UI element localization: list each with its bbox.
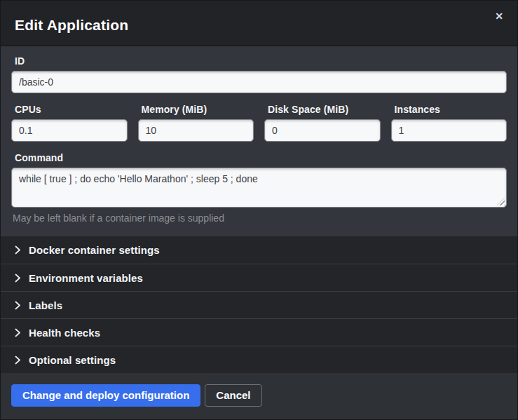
section-label: Health checks [29,327,100,339]
chevron-right-icon [15,245,21,255]
id-label: ID [15,55,507,67]
form-area: ID CPUs Memory (MiB) Disk Space (MiB) In… [1,46,517,236]
section-label: Labels [29,299,62,311]
disk-input[interactable] [264,119,381,142]
chevron-right-icon [15,355,21,365]
command-field-group: Command while [ true ] ; do echo 'Hello … [11,152,507,208]
command-label: Command [15,152,507,163]
close-icon[interactable]: ✕ [495,11,503,21]
chevron-right-icon [15,301,21,310]
id-input[interactable] [11,71,507,93]
instances-field-group: Instances [391,104,507,142]
edit-application-modal: Edit Application ✕ ID CPUs Memory (MiB) … [0,0,518,420]
cpus-input[interactable] [11,119,128,142]
instances-input[interactable] [391,119,507,142]
change-and-deploy-button[interactable]: Change and deploy configuration [11,384,200,407]
memory-field-group: Memory (MiB) [138,104,254,142]
memory-label: Memory (MiB) [142,104,254,115]
disk-label: Disk Space (MiB) [268,104,381,115]
section-environment-variables[interactable]: Environment variables [1,264,517,291]
modal-title: Edit Application [15,13,128,34]
cpus-field-group: CPUs [11,104,128,142]
instances-label: Instances [395,104,507,115]
memory-input[interactable] [138,119,254,142]
chevron-right-icon [15,273,21,283]
modal-footer: Change and deploy configuration Cancel [1,373,517,419]
disk-field-group: Disk Space (MiB) [264,104,381,142]
id-field-group: ID [11,55,507,93]
resources-row: CPUs Memory (MiB) Disk Space (MiB) Insta… [11,104,507,142]
section-label: Optional settings [29,354,116,366]
command-help-text: May be left blank if a container image i… [13,212,507,224]
modal-header: Edit Application ✕ [1,1,517,46]
command-textarea[interactable]: while [ true ] ; do echo 'Hello Marathon… [11,168,507,208]
accordion: Docker container settings Environment va… [1,236,517,373]
section-label: Environment variables [29,272,143,284]
section-label: Docker container settings [29,244,160,256]
cpus-label: CPUs [15,104,128,115]
section-docker-container-settings[interactable]: Docker container settings [1,236,517,264]
section-optional-settings[interactable]: Optional settings [1,346,517,373]
section-labels[interactable]: Labels [1,291,517,318]
cancel-button[interactable]: Cancel [205,384,261,407]
section-health-checks[interactable]: Health checks [1,318,517,346]
chevron-right-icon [15,328,21,337]
